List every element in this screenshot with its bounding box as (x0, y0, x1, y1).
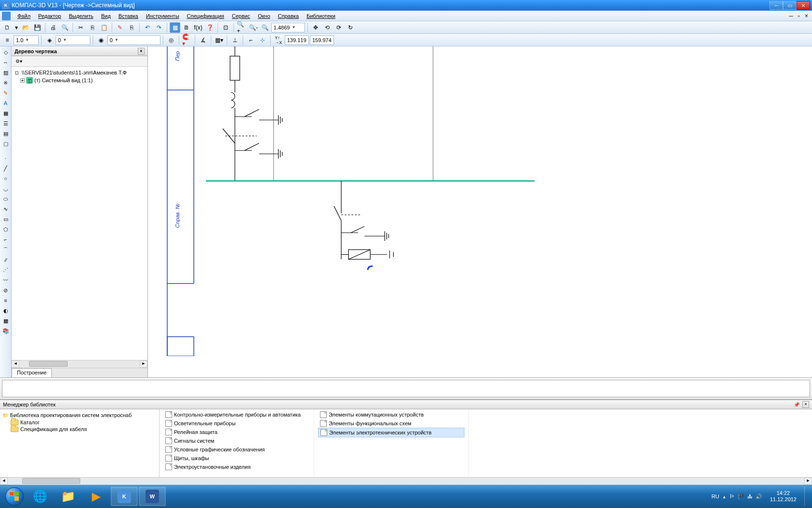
ellipse-icon[interactable]: ⬭ (1, 194, 11, 204)
close-button[interactable]: ✕ (797, 1, 810, 10)
offset-icon[interactable]: ⫽ (1, 255, 11, 265)
lib-item-selected[interactable]: Элементы электротехнических устройств (318, 428, 464, 437)
fillet-icon[interactable]: ⌒ (1, 245, 11, 254)
round-button[interactable]: ⌐ (246, 35, 256, 45)
print-button[interactable]: 🖨 (48, 22, 58, 33)
refresh-button[interactable]: ↻ (345, 22, 356, 33)
tree-hscroll[interactable]: ◄ ► (12, 360, 147, 368)
coord-y-field[interactable] (310, 35, 334, 45)
pan-button[interactable]: ✥ (310, 22, 321, 33)
tree-close-button[interactable]: × (138, 48, 145, 55)
layer-combo[interactable]: 0▼ (56, 35, 90, 45)
tray-lang[interactable]: RU (711, 493, 719, 499)
break-icon[interactable]: ⊘ (1, 285, 11, 295)
help-context-button[interactable]: ❓ (204, 22, 215, 33)
menu-editor[interactable]: Редактор (34, 12, 65, 20)
task-media[interactable]: ▶ (83, 487, 110, 506)
lib-item[interactable]: Сигналы систем (163, 436, 310, 445)
tab-build[interactable]: Построение (12, 368, 52, 377)
menu-spec[interactable]: Спецификация (183, 12, 228, 20)
menu-insert[interactable]: Вставка (115, 12, 142, 20)
task-kompas[interactable]: K (111, 487, 138, 506)
task-ie[interactable]: 🌐 (27, 487, 54, 506)
tray-expand[interactable]: ▴ (723, 494, 725, 499)
menu-libraries[interactable]: Библиотеки (303, 12, 339, 20)
scroll-thumb[interactable] (29, 361, 68, 367)
report-icon[interactable]: ▤ (1, 129, 11, 138)
aux-icon[interactable]: ⋰ (1, 265, 11, 275)
copy-button[interactable]: ⎘ (87, 22, 98, 33)
menu-service[interactable]: Сервис (228, 12, 254, 20)
vars-button[interactable]: 🗎 (181, 22, 192, 33)
zoom-window-button[interactable]: 🔍 (260, 22, 270, 33)
angle-button[interactable]: ∡ (198, 35, 208, 45)
new-dropdown[interactable]: ▾ (14, 22, 19, 33)
paste-button[interactable]: 📋 (99, 22, 109, 33)
polygon-icon[interactable]: ⬠ (1, 224, 11, 234)
new-button[interactable]: 🗋 (2, 22, 13, 33)
tree-settings-button[interactable]: ⚙▾ (14, 56, 24, 67)
lib-scroll-left[interactable]: ◄ (0, 478, 8, 485)
task-explorer[interactable]: 📁 (55, 487, 82, 506)
lib-item[interactable]: Контрольно-измерительные приборы и автом… (163, 410, 310, 419)
spline-icon[interactable]: ∿ (1, 204, 11, 214)
coord-x-field[interactable] (285, 35, 309, 45)
equid-icon[interactable]: ≡ (1, 296, 11, 305)
menu-window[interactable]: Окно (254, 12, 274, 20)
lib-scroll-right[interactable]: ► (804, 478, 812, 485)
lib-hscroll[interactable]: ◄ ► (0, 477, 812, 485)
lib-item[interactable]: Условные графические обозначения (163, 445, 310, 454)
rect-icon[interactable]: ▭ (1, 214, 11, 224)
mdi-restore[interactable]: ▫ (796, 13, 802, 19)
drawing-canvas[interactable]: Справ. № Пер (148, 46, 812, 377)
bezier-icon[interactable]: 〰 (1, 275, 11, 285)
menu-tools[interactable]: Инструменты (142, 12, 183, 20)
lib-close-button[interactable]: × (802, 401, 809, 408)
lib-scroll-thumb[interactable] (22, 478, 80, 484)
lib-tree-item[interactable]: Каталог (2, 419, 157, 426)
start-button[interactable] (3, 487, 26, 506)
table-icon[interactable]: ▦ (1, 108, 11, 118)
dim-icon[interactable]: ↔ (1, 58, 11, 67)
tray-action-icon[interactable]: 🏴 (738, 493, 744, 500)
maximize-button[interactable]: ▭ (783, 1, 797, 10)
expand-icon[interactable]: + (20, 78, 25, 83)
grid-snap-button[interactable]: ▦▾ (214, 35, 224, 45)
symbol-icon[interactable]: ※ (1, 78, 11, 88)
axes-button[interactable]: ⊹ (257, 35, 268, 45)
ortho-button[interactable]: ⊥ (230, 35, 240, 45)
text-icon[interactable]: A (1, 98, 11, 108)
scroll-left[interactable]: ◄ (12, 360, 19, 368)
tray-clock[interactable]: 14:22 11.12.2012 (766, 490, 800, 503)
zoom-next-button[interactable]: ⟳ (334, 22, 344, 33)
tree-child-node[interactable]: + ◫ (т) Системный вид (1:1) (14, 76, 145, 84)
zoom-in-button[interactable]: 🔍+ (236, 22, 247, 33)
zoom-combo[interactable]: 1.4869▼ (271, 23, 305, 32)
views-icon[interactable]: ▢ (1, 139, 11, 149)
copy-props-button[interactable]: ⎘ (126, 22, 137, 33)
spec-icon[interactable]: ☰ (1, 119, 11, 128)
menu-select[interactable]: Выделить (65, 12, 97, 20)
lib-tree-item[interactable]: Спецификация для кабеля (2, 426, 157, 433)
grid-button[interactable]: ▦ (170, 22, 180, 33)
params-inner[interactable] (2, 380, 810, 397)
chamfer-icon[interactable]: ⌐ (1, 235, 11, 244)
hatch-icon[interactable]: ▨ (1, 68, 11, 77)
line-icon[interactable]: ╱ (1, 164, 11, 173)
undo-button[interactable]: ↶ (142, 22, 153, 33)
contour-icon[interactable]: ◐ (1, 306, 11, 315)
tree-body[interactable]: 🗋 \\SERVER21\students\11-эпп\Амекачев Т.… (12, 67, 147, 360)
magnet-button[interactable]: 🧲▾ (182, 35, 192, 45)
scroll-right[interactable]: ► (140, 360, 147, 368)
lib-item[interactable]: Электроустановочные изделия (163, 463, 310, 471)
snap-button[interactable]: ◎ (166, 35, 176, 45)
line-width-combo[interactable]: 1.0▼ (14, 35, 39, 45)
state-combo[interactable]: 0▼ (107, 35, 160, 45)
save-button[interactable]: 💾 (32, 22, 43, 33)
lib-icon[interactable]: 📚 (1, 326, 11, 336)
tree-root-node[interactable]: 🗋 \\SERVER21\students\11-эпп\Амекачев Т.… (14, 69, 145, 76)
zoom-extents-button[interactable]: ⊡ (220, 22, 231, 33)
line-style-button[interactable]: ≡ (2, 35, 13, 45)
zoom-out-button[interactable]: 🔍- (248, 22, 259, 33)
lib-item[interactable]: Осветительные приборы (163, 419, 310, 428)
